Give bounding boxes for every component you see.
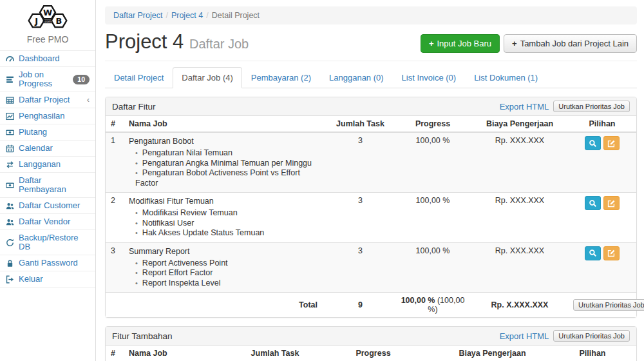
subtask-item: Modifikasi Review Temuan	[135, 208, 321, 219]
total-progress-main: 100,00 %	[401, 296, 435, 305]
total-progress: 100,00 % (100,00 %)	[394, 293, 471, 318]
sidebar-item-keluar[interactable]: Keluar	[0, 271, 95, 288]
col-number: #	[106, 346, 124, 361]
tab-list-invoice[interactable]: List Invoice (0)	[393, 67, 466, 88]
sidebar-item-daftar-pembayaran[interactable]: Daftar Pembayaran	[0, 172, 95, 197]
export-html-link[interactable]: Export HTML	[500, 102, 549, 112]
col-number: #	[106, 116, 124, 132]
panel-heading: Daftar Fitur Export HTML Urutkan Priorit…	[106, 97, 636, 116]
jwb-hexagon-logo-icon: W J B .com	[26, 5, 69, 30]
tab-daftar-job[interactable]: Daftar Job (4)	[173, 67, 242, 88]
col-biaya-pengerjaan: Biaya Pengerjaan	[436, 346, 549, 361]
svg-text:B: B	[56, 16, 62, 26]
col-jumlah-task: Jumlah Task	[240, 346, 310, 361]
task-count: 3	[327, 132, 394, 193]
breadcrumb-link-daftar-project[interactable]: Daftar Project	[113, 11, 162, 20]
button-label: Input Job Baru	[437, 39, 491, 48]
edit-job-button[interactable]	[603, 136, 620, 150]
table-total-row: Total 9 100,00 % (100,00 %) Rp. X.XXX.XX…	[106, 293, 636, 318]
sidebar-item-label: Daftar Vendor	[19, 217, 70, 226]
app-window: W J B .com Free PMO Dashboard Job on Pro…	[0, 0, 644, 361]
breadcrumb-separator: /	[203, 11, 211, 20]
header-buttons: + Input Job Baru + Tambah Job dari Proje…	[421, 34, 637, 55]
users-icon	[6, 202, 14, 210]
svg-text:J: J	[34, 16, 38, 26]
cost-value: Rp. XXX.XXX	[471, 242, 568, 293]
edit-icon	[607, 139, 616, 148]
exchange-icon	[6, 161, 14, 169]
sidebar-item-backup-restore-db[interactable]: Backup/Restore DB	[0, 229, 95, 255]
col-pilihan: Pilihan	[568, 116, 636, 132]
fitur-tambahan-table: # Nama Job Jumlah Task Progress Biaya Pe…	[106, 346, 636, 361]
jwb-logo: W J B .com	[0, 0, 95, 33]
job-subtasks: Modifikasi Review Temuan Notifikasi User…	[135, 208, 321, 239]
breadcrumb: Daftar Project/Project 4/Detail Project	[105, 6, 637, 24]
task-count: 3	[327, 242, 394, 293]
brand-text: Free PMO	[0, 33, 95, 50]
sidebar-item-dashboard[interactable]: Dashboard	[0, 50, 95, 66]
view-job-button[interactable]	[585, 196, 601, 210]
sidebar-item-piutang[interactable]: Piutang	[0, 124, 95, 140]
col-progress: Progress	[394, 116, 471, 132]
sidebar-item-daftar-vendor[interactable]: Daftar Vendor	[0, 213, 95, 229]
breadcrumb-link-project-4[interactable]: Project 4	[171, 11, 203, 20]
job-name: Summary Report	[129, 246, 321, 257]
input-job-baru-button[interactable]: + Input Job Baru	[421, 34, 500, 53]
job-count-badge: 10	[73, 75, 90, 84]
urutkan-prioritas-job-button[interactable]: Urutkan Prioritas Job	[573, 299, 644, 311]
svg-text:W: W	[43, 8, 52, 17]
cost-value: Rp. XXX.XXX	[471, 132, 568, 193]
tab-langganan[interactable]: Langganan (0)	[320, 67, 393, 88]
sidebar-item-job-on-progress[interactable]: Job on Progress 10	[0, 66, 95, 92]
tambah-job-dari-project-lain-button[interactable]: + Tambah Job dari Project Lain	[504, 34, 637, 53]
table-header-row: # Nama Job Jumlah Task Progress Biaya Pe…	[106, 116, 636, 132]
subtask-item: Notifikasi User	[135, 219, 321, 229]
sidebar: W J B .com Free PMO Dashboard Job on Pro…	[0, 0, 96, 361]
table-icon	[6, 96, 14, 104]
search-icon	[589, 199, 597, 208]
sidebar-nav: Dashboard Job on Progress 10 Daftar Proj…	[0, 50, 95, 288]
progress-value: 100,00 %	[394, 132, 471, 193]
sidebar-item-calendar[interactable]: Calendar	[0, 140, 95, 156]
sidebar-item-penghasilan[interactable]: Penghasilan	[0, 108, 95, 124]
table-header-row: # Nama Job Jumlah Task Progress Biaya Pe…	[106, 346, 636, 361]
sidebar-item-daftar-project[interactable]: Daftar Project ‹	[0, 92, 95, 108]
edit-job-button[interactable]	[603, 246, 620, 260]
col-jumlah-task: Jumlah Task	[327, 116, 394, 132]
col-nama-job: Nama Job	[124, 116, 327, 132]
edit-icon	[607, 199, 616, 208]
edit-job-button[interactable]	[603, 196, 620, 210]
cost-value: Rp. XXX.XXX	[471, 193, 568, 243]
export-html-link[interactable]: Export HTML	[500, 331, 549, 341]
button-label: Tambah Job dari Project Lain	[520, 39, 629, 48]
chevron-left-icon: ‹	[87, 97, 90, 103]
subtask-item: Report Effort Factor	[135, 268, 321, 278]
col-nama-job: Nama Job	[124, 346, 240, 361]
lock-icon	[6, 259, 14, 268]
plus-icon: +	[429, 39, 434, 48]
sidebar-item-label: Langganan	[19, 160, 61, 169]
sidebar-item-daftar-customer[interactable]: Daftar Customer	[0, 197, 95, 213]
urutkan-prioritas-job-button[interactable]: Urutkan Prioritas Job	[553, 101, 630, 112]
tab-bar: Detail Project Daftar Job (4) Pembayaran…	[105, 67, 637, 88]
view-job-button[interactable]	[585, 136, 601, 150]
sidebar-item-label: Job on Progress	[19, 70, 68, 88]
edit-icon	[607, 249, 616, 257]
task-count: 3	[327, 193, 394, 243]
job-name: Modifikasi Fitur Temuan	[129, 196, 321, 206]
sidebar-item-label: Penghasilan	[19, 112, 65, 121]
tab-list-dokumen[interactable]: List Dokumen (1)	[465, 67, 547, 88]
tab-pembayaran[interactable]: Pembayaran (2)	[242, 67, 320, 88]
money-icon	[6, 181, 14, 190]
tab-detail-project[interactable]: Detail Project	[105, 67, 173, 88]
project-name: Project 4	[105, 30, 184, 53]
sidebar-item-ganti-password[interactable]: Ganti Password	[0, 255, 95, 271]
urutkan-prioritas-job-button[interactable]: Urutkan Prioritas Job	[553, 330, 630, 342]
subtask-item: Pengaturan Nilai Temuan	[135, 148, 321, 159]
sidebar-item-langganan[interactable]: Langganan	[0, 156, 95, 172]
view-job-button[interactable]	[585, 246, 601, 260]
panel-daftar-fitur: Daftar Fitur Export HTML Urutkan Priorit…	[105, 97, 637, 318]
sidebar-item-label: Ganti Password	[19, 259, 78, 268]
panel-fitur-tambahan: Fitur Tambahan Export HTML Urutkan Prior…	[105, 326, 637, 361]
page-header: Project 4 Daftar Job + Input Job Baru + …	[105, 24, 637, 61]
